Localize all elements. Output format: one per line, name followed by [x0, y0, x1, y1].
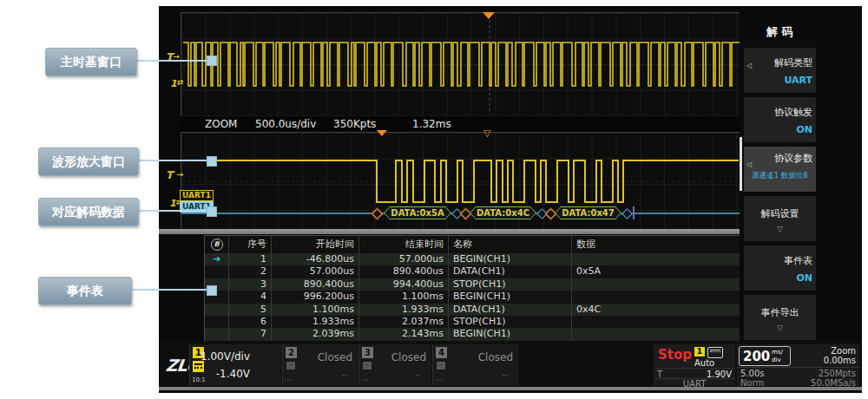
- table-cell-start: 1.100ms: [272, 304, 359, 316]
- callout-connector-node: [207, 56, 217, 66]
- callout-text: 事件表: [67, 284, 103, 299]
- channel-1-block[interactable]: 110:11.00V/div-1.40V: [189, 344, 281, 386]
- table-row[interactable]: 257.000us890.400usDATA(CH1)0x5A: [205, 265, 740, 278]
- coupling-dash: -: [363, 362, 372, 370]
- channel-status: Closed: [478, 351, 513, 363]
- table-cell-seq: 1: [229, 253, 272, 265]
- zoom-status-offset: 0.00ms: [824, 356, 856, 365]
- table-cell-name: BEGIN(CH1): [449, 328, 572, 340]
- capture-window: 5.00s: [740, 369, 764, 378]
- table-row[interactable]: 72.039ms2.143msBEGIN(CH1): [205, 328, 740, 340]
- volts-per-div: 1.00V/div: [201, 350, 250, 363]
- table-column-header: 名称: [449, 236, 572, 253]
- row-pointer-cell: [205, 304, 229, 316]
- menu-item-subtitle: 源通道1 数据位8: [744, 171, 816, 181]
- table-row[interactable]: 61.933ms2.037msSTOP(CH1): [205, 316, 740, 328]
- zoom-trigger-marker-icon: T →: [166, 169, 183, 181]
- table-cell-seq: 3: [229, 278, 272, 291]
- offset-dash: --: [342, 370, 348, 379]
- table-cell-data: [572, 278, 735, 291]
- channel-footer-dash: -·-: [286, 376, 292, 383]
- coupling-dash: -: [437, 362, 445, 370]
- channel-2-block[interactable]: 2--·-Closed--: [282, 344, 358, 386]
- decode-end-mark-icon: [633, 206, 635, 219]
- callout-text: 对应解码数据: [52, 205, 125, 220]
- left-arrow-icon: ◁: [746, 160, 752, 168]
- event-table: B序号开始时间结束时间名称数据➜1-46.800us57.000usBEGIN(…: [204, 235, 741, 342]
- annotated-oscilloscope-figure: T→ 1⇄ ZOOM 500.0us/div 350Kpts 1.32ms ▽ …: [0, 0, 868, 399]
- table-row[interactable]: 51.100ms1.933msDATA(CH1)0x4C: [205, 304, 740, 316]
- table-cell-data: [572, 328, 735, 340]
- table-cell-data: 0x5A: [572, 265, 735, 278]
- menu-item-value: ON: [796, 272, 812, 284]
- zoom-points: 350Kpts: [333, 118, 376, 130]
- acquisition-status: Stop: [658, 347, 692, 363]
- table-cell-start: 2.039ms: [272, 328, 359, 340]
- menu-item-3[interactable]: ◁协议参数源通道1 数据位8: [744, 147, 816, 192]
- channel-3-block[interactable]: 3--·-Closed--: [358, 344, 431, 386]
- table-cell-end: 57.000us: [359, 253, 449, 265]
- trigger-marker-label: T: [166, 169, 173, 181]
- table-cell-data: [572, 253, 735, 265]
- table-cell-seq: 4: [229, 291, 272, 303]
- table-row[interactable]: 3890.400us994.400usSTOP(CH1): [205, 278, 740, 291]
- table-row[interactable]: ➜1-46.800us57.000usBEGIN(CH1): [205, 253, 740, 265]
- coupling-dash: -: [286, 362, 295, 370]
- table-cell-seq: 2: [229, 265, 272, 278]
- channel-status: Closed: [318, 351, 352, 363]
- table-cell-name: BEGIN(CH1): [449, 291, 572, 303]
- timebase-unit-top: ms/: [772, 349, 783, 356]
- table-cell-seq: 6: [229, 316, 272, 328]
- callout-connector-node: [207, 156, 217, 167]
- table-cell-name: DATA(CH1): [449, 304, 572, 316]
- callout-connector-node: [207, 285, 217, 296]
- table-column-header: 数据: [572, 236, 735, 253]
- channel-footer-dash: -·-: [436, 376, 442, 383]
- zoom-scale: 500.0us/div: [255, 118, 316, 130]
- table-cell-end: 994.400us: [359, 278, 449, 291]
- decode-data-text: DATA:0x4C: [470, 207, 536, 219]
- callout-label-3: 对应解码数据: [38, 198, 139, 226]
- table-cell-end: 890.400us: [359, 265, 449, 278]
- callout-connector-line: [137, 210, 207, 212]
- callout-text: 主时基窗口: [61, 55, 122, 70]
- decode-data-text: DATA:0x47: [556, 207, 621, 219]
- window-separator: [159, 229, 742, 234]
- menu-item-4[interactable]: 解码设置▽: [744, 196, 816, 241]
- timebase-block: 200 ms/ div Zoom 0.00ms 5.00s 250Mpts No…: [737, 344, 859, 386]
- callout-label-4: 事件表: [38, 277, 132, 305]
- table-cell-data: [572, 316, 735, 328]
- menu-scrollbar[interactable]: [740, 137, 742, 191]
- status-bar: ZLG® 110:11.00V/div-1.40V2--·-Closed--3-…: [159, 341, 862, 387]
- offset-dash: --: [416, 370, 422, 379]
- trigger-hollow-marker-icon: ▽: [483, 128, 490, 138]
- menu-item-5[interactable]: 事件表ON: [744, 245, 816, 291]
- table-column-header: 结束时间: [359, 236, 449, 253]
- table-row[interactable]: 4996.200us1.100msBEGIN(CH1): [205, 291, 740, 303]
- channel-marker-label: 1: [169, 198, 176, 209]
- table-cell-start: 57.000us: [272, 265, 359, 278]
- bus-icon: B: [211, 239, 223, 251]
- menu-item-label: 解码设置: [744, 207, 816, 220]
- table-column-header: 开始时间: [272, 236, 359, 253]
- channel-4-block[interactable]: 4--·-Closed--: [432, 344, 518, 386]
- probe-ratio: 10:1: [192, 376, 206, 383]
- zoom-window-marker-icon: [377, 130, 387, 136]
- table-cell-end: 1.100ms: [359, 291, 449, 303]
- channel-offset: -1.40V: [216, 368, 250, 380]
- callout-connector-node: [207, 206, 217, 217]
- arrow-right-icon: →: [176, 170, 183, 179]
- table-cell-end: 1.933ms: [359, 304, 449, 316]
- menu-item-label: 解码类型: [774, 56, 812, 69]
- table-cell-name: DATA(CH1): [449, 265, 572, 278]
- menu-item-2[interactable]: 协议触发ON: [744, 97, 816, 142]
- menu-item-1[interactable]: ◁解码类型UART: [744, 48, 816, 93]
- row-pointer-cell: ➜: [205, 253, 229, 265]
- table-cell-end: 2.143ms: [359, 328, 449, 340]
- callout-label-2: 波形放大窗口: [38, 147, 139, 176]
- offset-dash: --: [503, 370, 509, 379]
- menu-item-label: 事件表: [784, 254, 812, 267]
- menu-item-value: ON: [796, 124, 812, 135]
- menu-item-6[interactable]: 事件导出▽: [744, 295, 816, 340]
- menu-item-value: UART: [784, 75, 812, 86]
